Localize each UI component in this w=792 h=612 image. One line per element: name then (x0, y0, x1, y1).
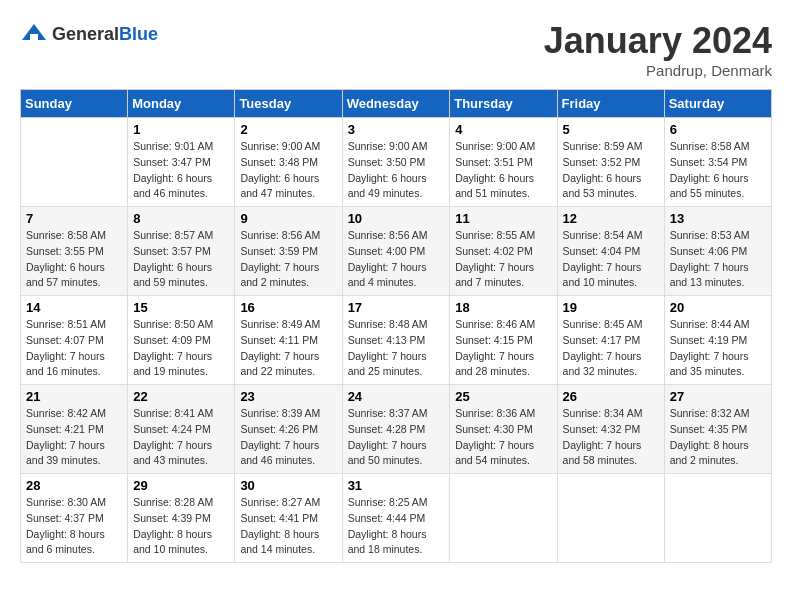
daylight-text: Daylight: 7 hours and 28 minutes. (455, 349, 551, 381)
sunset-text: Sunset: 4:15 PM (455, 333, 551, 349)
day-info: Sunrise: 8:39 AMSunset: 4:26 PMDaylight:… (240, 406, 336, 469)
table-cell (450, 474, 557, 563)
day-number: 4 (455, 122, 551, 137)
sunset-text: Sunset: 4:28 PM (348, 422, 445, 438)
day-info: Sunrise: 8:51 AMSunset: 4:07 PMDaylight:… (26, 317, 122, 380)
sunrise-text: Sunrise: 8:42 AM (26, 406, 122, 422)
sunrise-text: Sunrise: 8:30 AM (26, 495, 122, 511)
daylight-text: Daylight: 7 hours and 16 minutes. (26, 349, 122, 381)
col-monday: Monday (128, 90, 235, 118)
sunset-text: Sunset: 3:55 PM (26, 244, 122, 260)
day-number: 17 (348, 300, 445, 315)
table-cell: 27Sunrise: 8:32 AMSunset: 4:35 PMDayligh… (664, 385, 771, 474)
day-number: 26 (563, 389, 659, 404)
sunset-text: Sunset: 4:32 PM (563, 422, 659, 438)
daylight-text: Daylight: 6 hours and 55 minutes. (670, 171, 766, 203)
table-cell: 24Sunrise: 8:37 AMSunset: 4:28 PMDayligh… (342, 385, 450, 474)
day-number: 3 (348, 122, 445, 137)
day-number: 25 (455, 389, 551, 404)
day-number: 14 (26, 300, 122, 315)
daylight-text: Daylight: 6 hours and 59 minutes. (133, 260, 229, 292)
daylight-text: Daylight: 7 hours and 46 minutes. (240, 438, 336, 470)
sunrise-text: Sunrise: 8:32 AM (670, 406, 766, 422)
day-number: 16 (240, 300, 336, 315)
table-cell: 6Sunrise: 8:58 AMSunset: 3:54 PMDaylight… (664, 118, 771, 207)
day-info: Sunrise: 8:37 AMSunset: 4:28 PMDaylight:… (348, 406, 445, 469)
day-number: 18 (455, 300, 551, 315)
day-info: Sunrise: 8:58 AMSunset: 3:55 PMDaylight:… (26, 228, 122, 291)
sunrise-text: Sunrise: 8:46 AM (455, 317, 551, 333)
sunset-text: Sunset: 4:30 PM (455, 422, 551, 438)
table-cell: 28Sunrise: 8:30 AMSunset: 4:37 PMDayligh… (21, 474, 128, 563)
day-info: Sunrise: 8:32 AMSunset: 4:35 PMDaylight:… (670, 406, 766, 469)
day-number: 15 (133, 300, 229, 315)
daylight-text: Daylight: 6 hours and 49 minutes. (348, 171, 445, 203)
col-wednesday: Wednesday (342, 90, 450, 118)
sunrise-text: Sunrise: 8:39 AM (240, 406, 336, 422)
sunset-text: Sunset: 4:00 PM (348, 244, 445, 260)
day-info: Sunrise: 8:30 AMSunset: 4:37 PMDaylight:… (26, 495, 122, 558)
sunrise-text: Sunrise: 8:56 AM (240, 228, 336, 244)
daylight-text: Daylight: 7 hours and 25 minutes. (348, 349, 445, 381)
sunrise-text: Sunrise: 8:27 AM (240, 495, 336, 511)
title-area: January 2024 Pandrup, Denmark (544, 20, 772, 79)
sunset-text: Sunset: 4:41 PM (240, 511, 336, 527)
day-number: 8 (133, 211, 229, 226)
day-number: 9 (240, 211, 336, 226)
day-info: Sunrise: 8:56 AMSunset: 4:00 PMDaylight:… (348, 228, 445, 291)
sunset-text: Sunset: 4:39 PM (133, 511, 229, 527)
table-cell (664, 474, 771, 563)
sunset-text: Sunset: 3:57 PM (133, 244, 229, 260)
daylight-text: Daylight: 7 hours and 50 minutes. (348, 438, 445, 470)
table-cell: 4Sunrise: 9:00 AMSunset: 3:51 PMDaylight… (450, 118, 557, 207)
table-cell: 14Sunrise: 8:51 AMSunset: 4:07 PMDayligh… (21, 296, 128, 385)
day-number: 1 (133, 122, 229, 137)
table-cell: 10Sunrise: 8:56 AMSunset: 4:00 PMDayligh… (342, 207, 450, 296)
sunrise-text: Sunrise: 8:48 AM (348, 317, 445, 333)
sunset-text: Sunset: 3:52 PM (563, 155, 659, 171)
sunset-text: Sunset: 3:48 PM (240, 155, 336, 171)
table-cell: 31Sunrise: 8:25 AMSunset: 4:44 PMDayligh… (342, 474, 450, 563)
table-cell: 21Sunrise: 8:42 AMSunset: 4:21 PMDayligh… (21, 385, 128, 474)
sunset-text: Sunset: 4:07 PM (26, 333, 122, 349)
day-info: Sunrise: 8:44 AMSunset: 4:19 PMDaylight:… (670, 317, 766, 380)
table-cell: 17Sunrise: 8:48 AMSunset: 4:13 PMDayligh… (342, 296, 450, 385)
week-row-3: 21Sunrise: 8:42 AMSunset: 4:21 PMDayligh… (21, 385, 772, 474)
sunset-text: Sunset: 4:21 PM (26, 422, 122, 438)
day-number: 12 (563, 211, 659, 226)
daylight-text: Daylight: 8 hours and 14 minutes. (240, 527, 336, 559)
day-number: 20 (670, 300, 766, 315)
day-info: Sunrise: 8:48 AMSunset: 4:13 PMDaylight:… (348, 317, 445, 380)
day-info: Sunrise: 8:27 AMSunset: 4:41 PMDaylight:… (240, 495, 336, 558)
page-header: GeneralBlue January 2024 Pandrup, Denmar… (20, 20, 772, 79)
sunrise-text: Sunrise: 8:44 AM (670, 317, 766, 333)
day-number: 30 (240, 478, 336, 493)
sunrise-text: Sunrise: 9:00 AM (348, 139, 445, 155)
day-number: 23 (240, 389, 336, 404)
sunset-text: Sunset: 4:44 PM (348, 511, 445, 527)
daylight-text: Daylight: 8 hours and 18 minutes. (348, 527, 445, 559)
sunrise-text: Sunrise: 8:58 AM (26, 228, 122, 244)
day-info: Sunrise: 8:42 AMSunset: 4:21 PMDaylight:… (26, 406, 122, 469)
day-info: Sunrise: 8:56 AMSunset: 3:59 PMDaylight:… (240, 228, 336, 291)
day-number: 28 (26, 478, 122, 493)
day-info: Sunrise: 8:41 AMSunset: 4:24 PMDaylight:… (133, 406, 229, 469)
sunrise-text: Sunrise: 8:36 AM (455, 406, 551, 422)
sunrise-text: Sunrise: 9:00 AM (240, 139, 336, 155)
sunrise-text: Sunrise: 8:34 AM (563, 406, 659, 422)
daylight-text: Daylight: 7 hours and 32 minutes. (563, 349, 659, 381)
day-number: 27 (670, 389, 766, 404)
daylight-text: Daylight: 7 hours and 39 minutes. (26, 438, 122, 470)
day-info: Sunrise: 9:00 AMSunset: 3:50 PMDaylight:… (348, 139, 445, 202)
daylight-text: Daylight: 6 hours and 53 minutes. (563, 171, 659, 203)
table-cell: 29Sunrise: 8:28 AMSunset: 4:39 PMDayligh… (128, 474, 235, 563)
table-cell: 8Sunrise: 8:57 AMSunset: 3:57 PMDaylight… (128, 207, 235, 296)
day-info: Sunrise: 8:50 AMSunset: 4:09 PMDaylight:… (133, 317, 229, 380)
sunset-text: Sunset: 4:04 PM (563, 244, 659, 260)
day-info: Sunrise: 8:59 AMSunset: 3:52 PMDaylight:… (563, 139, 659, 202)
table-cell (21, 118, 128, 207)
week-row-4: 28Sunrise: 8:30 AMSunset: 4:37 PMDayligh… (21, 474, 772, 563)
sunrise-text: Sunrise: 8:51 AM (26, 317, 122, 333)
table-cell: 16Sunrise: 8:49 AMSunset: 4:11 PMDayligh… (235, 296, 342, 385)
svg-rect-1 (30, 34, 38, 40)
